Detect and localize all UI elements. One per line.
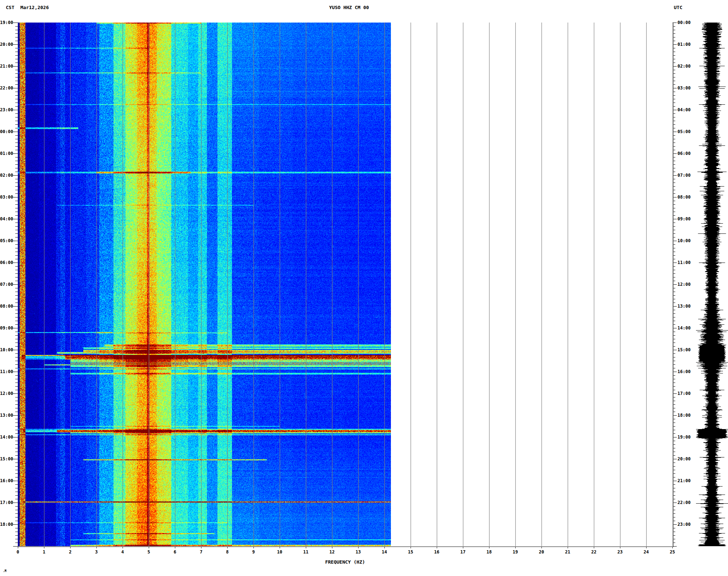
right-axis-tick <box>673 59 675 59</box>
bottom-axis-label: 10 <box>277 549 282 555</box>
bottom-axis-tick <box>280 547 280 548</box>
right-axis-tick <box>673 201 675 201</box>
left-axis-tick <box>15 404 18 405</box>
right-axis-tick <box>673 52 675 52</box>
left-axis-tick <box>15 426 18 427</box>
right-axis-tick <box>673 103 675 103</box>
left-axis-tick <box>15 543 18 543</box>
right-axis-tick <box>673 41 675 41</box>
left-axis-tick <box>15 164 18 165</box>
left-axis-tick <box>15 419 18 419</box>
right-axis-tick <box>673 386 675 387</box>
left-axis-tick <box>15 121 18 121</box>
left-axis-tick <box>15 281 18 281</box>
left-axis-tick <box>15 208 18 208</box>
left-axis-tick <box>15 423 18 423</box>
right-axis-tick <box>673 339 675 339</box>
right-axis-tick <box>673 270 675 270</box>
bottom-axis-label: 7 <box>200 549 202 555</box>
left-axis-tick <box>15 484 18 485</box>
right-axis-tick <box>673 303 675 303</box>
left-axis-tick <box>15 73 18 74</box>
right-axis-tick <box>673 546 677 547</box>
right-axis-tick <box>673 535 675 536</box>
left-axis-tick <box>15 313 18 314</box>
left-axis-tick <box>15 277 18 277</box>
right-axis-label: 21:00 <box>677 478 691 483</box>
left-axis-tick <box>15 81 18 81</box>
right-axis-tick <box>673 110 677 110</box>
bottom-axis-label: 3 <box>95 549 97 555</box>
right-axis-tick <box>673 164 675 165</box>
right-axis-tick <box>673 248 675 248</box>
right-axis-tick <box>673 99 675 99</box>
bottom-axis-label: 22 <box>591 549 596 555</box>
left-axis-tick <box>15 183 18 183</box>
bottom-axis-label: 2 <box>69 549 71 555</box>
left-axis-tick <box>15 26 18 27</box>
bottom-axis-tick <box>437 547 437 548</box>
right-axis-tick <box>673 357 675 357</box>
right-axis-tick <box>673 328 677 328</box>
left-axis-tick <box>13 23 18 23</box>
left-axis-label: 02:00 <box>0 173 12 178</box>
bottom-axis-label: 6 <box>173 549 176 555</box>
right-axis-label: 06:00 <box>677 151 691 156</box>
left-axis-tick <box>15 455 18 456</box>
right-axis-tick <box>673 543 675 543</box>
right-axis-tick <box>673 63 675 63</box>
left-axis-label: 15:00 <box>0 456 12 461</box>
right-axis-tick <box>673 473 675 474</box>
left-axis-tick <box>15 128 18 128</box>
left-axis-tick <box>15 444 18 445</box>
left-axis-tick <box>15 259 18 259</box>
right-axis-tick <box>673 306 677 307</box>
bottom-axis-label: 17 <box>460 549 465 555</box>
left-axis-tick <box>13 350 18 350</box>
left-axis-tick <box>15 230 18 230</box>
left-axis-tick <box>15 452 18 452</box>
left-axis-tick <box>15 270 18 270</box>
left-axis-tick <box>15 532 18 532</box>
left-axis-tick <box>13 393 18 394</box>
bottom-axis-tick <box>594 547 594 548</box>
right-axis-tick <box>673 124 675 125</box>
right-axis-tick <box>673 153 677 154</box>
right-axis-tick <box>673 383 675 383</box>
right-axis-tick <box>673 168 675 168</box>
right-axis-tick <box>673 350 677 350</box>
right-axis-tick <box>673 81 675 81</box>
right-axis-label: 04:00 <box>677 107 691 112</box>
right-axis-label: 14:00 <box>677 325 691 331</box>
right-axis-tick <box>673 204 675 205</box>
left-axis-label: 18:00 <box>0 522 12 527</box>
left-axis-tick <box>15 492 18 492</box>
left-axis-tick <box>15 386 18 387</box>
right-axis-tick <box>673 190 675 190</box>
webicorder-page: CST Mar12,2026 YUSO HHZ CM 00 UTC 19:002… <box>0 0 728 576</box>
left-axis-tick <box>15 477 18 477</box>
left-axis-tick <box>15 48 18 48</box>
left-axis-tick <box>13 284 18 285</box>
right-axis-tick <box>673 412 675 412</box>
right-axis-tick <box>673 441 675 441</box>
bottom-axis-tick <box>332 547 332 548</box>
bottom-axis-tick <box>568 547 568 548</box>
left-axis-tick <box>15 517 18 517</box>
left-axis-label: 14:00 <box>0 435 12 440</box>
left-axis-tick <box>15 321 18 321</box>
left-axis-label: 20:00 <box>0 42 12 47</box>
right-axis-tick <box>673 375 675 376</box>
right-axis-tick <box>673 219 677 219</box>
right-axis-tick <box>673 193 675 194</box>
right-axis-tick <box>673 426 675 427</box>
frequency-axis-title: FREQUENCY (HZ) <box>325 559 365 565</box>
left-axis-tick <box>13 241 18 241</box>
right-axis-tick <box>673 499 675 499</box>
left-axis-tick <box>15 226 18 227</box>
left-axis-label: 10:00 <box>0 347 12 352</box>
right-axis-tick <box>673 84 675 85</box>
left-axis-tick <box>15 150 18 150</box>
left-axis-tick <box>15 273 18 274</box>
bottom-axis-label: 23 <box>617 549 623 555</box>
